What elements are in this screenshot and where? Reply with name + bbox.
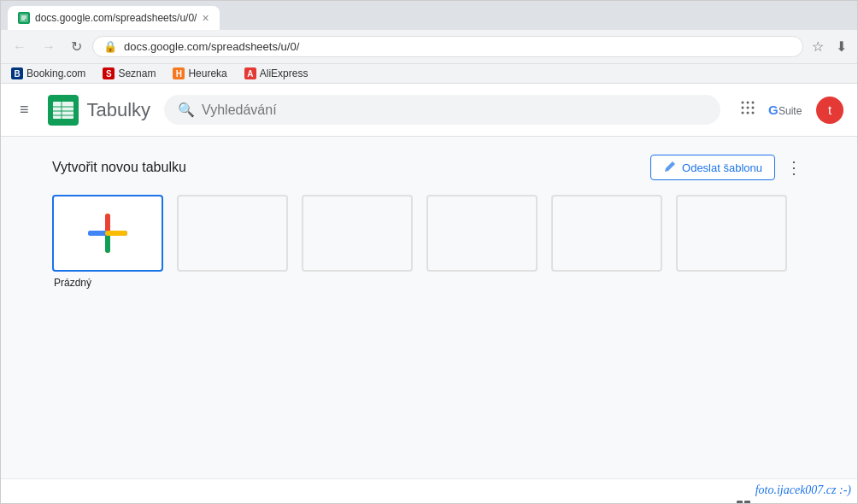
template-card-4[interactable] [551,195,662,289]
bookmark-booking[interactable]: B Booking.com [8,66,89,81]
svg-point-16 [752,107,755,109]
folder-view-btn[interactable] [784,496,806,504]
svg-text:Suite: Suite [779,105,802,117]
bookmark-label-aliexpress: AliExpress [260,67,309,79]
svg-point-17 [742,112,744,114]
hamburger-btn[interactable]: ≡ [15,96,34,124]
bookmark-label-seznam: Seznam [118,67,156,79]
back-btn[interactable]: ← [8,36,32,58]
plus-icon [84,209,132,257]
bookmark-favicon-aliexpress: A [244,67,256,79]
svg-rect-6 [53,102,73,119]
view-btns: AZ [732,496,806,504]
template-thumb-1[interactable] [177,195,288,272]
nav-bar: ← → ↻ 🔒 docs.google.com/spreadsheets/u/0… [1,30,857,63]
grid-view-btn[interactable] [732,496,755,504]
recent-section: Poslední tabulky Vlastníkem je kdokoli ▾… [1,478,857,504]
forward-btn[interactable]: → [37,36,61,58]
svg-rect-28 [737,501,743,504]
main-content: Vytvořit novou tabulku Odeslat šablonu ⋮ [1,137,857,478]
tab-close-btn[interactable]: × [202,11,209,25]
header-right: G Suite t [734,94,843,126]
template-card-2[interactable] [302,195,413,289]
svg-point-11 [742,102,744,104]
bookmark-label-heureka: Heureka [188,67,226,79]
bookmark-favicon-booking: B [11,67,23,79]
template-thumb-new[interactable] [52,195,163,272]
gsuite-badge: G Suite [768,102,809,119]
avatar[interactable]: t [816,97,843,124]
download-btn[interactable]: ⬇ [832,35,850,58]
nav-actions: ☆ ⬇ [808,35,850,58]
svg-point-12 [747,102,749,104]
address-text: docs.google.com/spreadsheets/u/0/ [124,40,792,53]
bookmark-favicon-seznam: S [103,67,115,79]
svg-point-13 [752,102,755,104]
template-label-new: Prázdný [52,277,163,289]
app-page: ≡ Tabulky 🔍 [1,84,857,504]
filter-dropdown[interactable]: Vlastníkem je kdokoli ▾ [441,500,568,504]
bookmarks-bar: B Booking.com S Seznam H Heureka A AliEx… [1,63,857,83]
star-btn[interactable]: ☆ [808,35,827,58]
svg-point-14 [742,107,744,109]
tab-title: docs.google.com/spreadsheets/u/0/ [35,12,197,24]
search-icon: 🔍 [178,102,195,118]
template-thumb-5[interactable] [676,195,787,272]
template-card-new[interactable]: Prázdný [52,195,163,289]
sheets-logo [48,95,79,126]
recent-header: Poslední tabulky Vlastníkem je kdokoli ▾… [52,496,806,504]
apps-btn[interactable] [734,94,761,126]
search-bar[interactable]: 🔍 [164,95,720,125]
svg-point-18 [747,112,749,114]
reload-btn[interactable]: ↻ [66,35,87,58]
bookmark-aliexpress[interactable]: A AliExpress [241,66,312,81]
app-name: Tabulky [87,99,151,121]
bookmark-seznam[interactable]: S Seznam [99,66,159,81]
svg-point-19 [752,112,755,114]
more-options-btn[interactable]: ⋮ [782,154,806,181]
watermark: foto.ijacek007.cz :-) [755,483,851,497]
bookmark-label-booking: Booking.com [26,67,85,79]
svg-text:G: G [768,103,779,117]
browser-chrome: docs.google.com/spreadsheets/u/0/ × ← → … [1,1,857,84]
address-bar[interactable]: 🔒 docs.google.com/spreadsheets/u/0/ [92,36,803,57]
tab-favicon [18,12,30,24]
svg-rect-29 [744,501,750,504]
template-thumb-2[interactable] [302,195,413,272]
section-header: Vytvořit novou tabulku Odeslat šablonu ⋮ [52,154,806,181]
app-header: ≡ Tabulky 🔍 [1,84,857,137]
sort-view-btn[interactable]: AZ [758,496,780,504]
app-logo: Tabulky [48,95,151,126]
template-card-5[interactable] [676,195,787,289]
lock-icon: 🔒 [103,40,117,53]
template-card-3[interactable] [426,195,538,289]
sort-label[interactable]: Naposledy otevřeno mnou [582,500,726,504]
template-thumb-4[interactable] [551,195,662,272]
svg-point-15 [747,107,749,109]
bookmark-heureka[interactable]: H Heureka [169,66,230,81]
template-grid: Prázdný [52,195,806,289]
search-input[interactable] [202,103,707,118]
section-title: Vytvořit novou tabulku [52,160,650,175]
bookmark-favicon-heureka: H [173,67,185,79]
send-template-btn[interactable]: Odeslat šablonu [650,155,775,180]
active-tab[interactable]: docs.google.com/spreadsheets/u/0/ × [8,6,220,30]
tab-bar: docs.google.com/spreadsheets/u/0/ × [1,1,857,30]
template-thumb-3[interactable] [426,195,538,272]
template-card-1[interactable] [177,195,288,289]
